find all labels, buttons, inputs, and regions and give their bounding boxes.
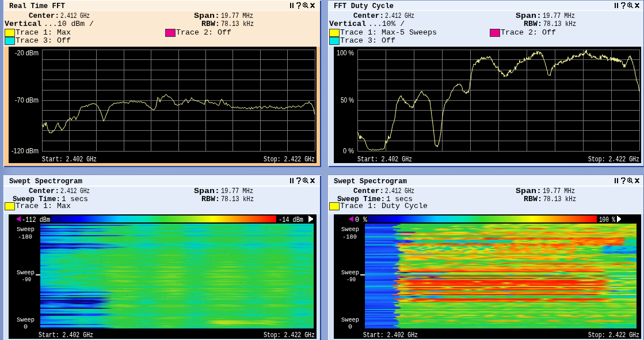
svg-text:Stop: 2.422 GHz: Stop: 2.422 GHz bbox=[264, 331, 315, 339]
svg-text:0: 0 bbox=[348, 323, 352, 330]
svg-text:100 %: 100 % bbox=[337, 49, 354, 57]
svg-text:19.77 MHz: 19.77 MHz bbox=[543, 12, 575, 20]
svg-text:19.77 MHz: 19.77 MHz bbox=[221, 187, 253, 195]
svg-text:Start: 2.402 GHz: Start: 2.402 GHz bbox=[357, 156, 412, 164]
svg-text:2.412 GHz: 2.412 GHz bbox=[60, 187, 90, 195]
svg-text:-14 dBm: -14 dBm bbox=[279, 216, 303, 224]
svg-text:Center:: Center: bbox=[353, 12, 384, 20]
svg-text:2.412 GHz: 2.412 GHz bbox=[385, 187, 414, 195]
svg-text:19.77 MHz: 19.77 MHz bbox=[221, 12, 253, 20]
svg-text:-120 dBm: -120 dBm bbox=[12, 147, 39, 155]
svg-text:Swept Spectrogram: Swept Spectrogram bbox=[9, 177, 82, 186]
svg-text:-180: -180 bbox=[18, 233, 32, 240]
svg-text:Sweep: Sweep bbox=[341, 225, 359, 233]
svg-text:-90: -90 bbox=[22, 275, 31, 283]
svg-text:Swept Spectrogram: Swept Spectrogram bbox=[334, 177, 407, 186]
svg-text:RBW:: RBW: bbox=[524, 20, 542, 28]
svg-text:0: 0 bbox=[24, 323, 28, 330]
svg-text:FFT Duty Cycle: FFT Duty Cycle bbox=[334, 2, 394, 10]
svg-text:Stop: 2.422 GHz: Stop: 2.422 GHz bbox=[264, 156, 315, 164]
svg-text:-20 dBm: -20 dBm bbox=[15, 49, 39, 57]
svg-text:-70 dBm: -70 dBm bbox=[15, 96, 39, 104]
svg-text:Start: 2.402 GHz: Start: 2.402 GHz bbox=[39, 331, 93, 339]
svg-text:Span:: Span: bbox=[516, 12, 542, 20]
svg-text:RBW:: RBW: bbox=[201, 20, 220, 28]
svg-text:-90: -90 bbox=[346, 275, 356, 283]
svg-text:Trace 1: Max-5 Sweeps: Trace 1: Max-5 Sweeps bbox=[340, 29, 437, 37]
svg-text:Center:: Center: bbox=[353, 187, 384, 195]
svg-text:Start: 2.402 GHz: Start: 2.402 GHz bbox=[363, 331, 418, 339]
svg-text:19.77 MHz: 19.77 MHz bbox=[543, 187, 575, 195]
svg-text:Trace 1: Max: Trace 1: Max bbox=[16, 202, 71, 210]
svg-text:...10% /: ...10% / bbox=[368, 20, 405, 28]
svg-text:Trace 2: Off: Trace 2: Off bbox=[501, 29, 556, 37]
svg-text:Start: 2.402 GHz: Start: 2.402 GHz bbox=[42, 156, 97, 164]
svg-text:Span:: Span: bbox=[194, 12, 220, 20]
svg-text:Trace 3: Off: Trace 3: Off bbox=[340, 37, 395, 45]
svg-text:...10 dBm /: ...10 dBm / bbox=[44, 20, 94, 28]
svg-text:78.13 kHz: 78.13 kHz bbox=[221, 195, 254, 203]
svg-text:Span:: Span: bbox=[516, 187, 542, 195]
svg-text:Vertical: Vertical bbox=[5, 20, 41, 28]
svg-text:Center:: Center: bbox=[29, 12, 59, 20]
svg-text:0 %: 0 % bbox=[343, 147, 354, 155]
svg-text:2.412 GHz: 2.412 GHz bbox=[60, 12, 90, 20]
svg-text:Center:: Center: bbox=[29, 187, 59, 195]
svg-text:Trace 3: Off: Trace 3: Off bbox=[16, 37, 71, 45]
svg-text:RBW:: RBW: bbox=[524, 195, 542, 203]
svg-text:-112 dBm: -112 dBm bbox=[22, 216, 50, 224]
svg-text:100 %: 100 % bbox=[599, 216, 616, 224]
svg-text:Trace 2: Off: Trace 2: Off bbox=[176, 29, 231, 37]
svg-text:Trace 1: Duty Cycle: Trace 1: Duty Cycle bbox=[340, 202, 428, 210]
svg-text:Sweep: Sweep bbox=[17, 225, 35, 233]
svg-text:2.412 GHz: 2.412 GHz bbox=[385, 12, 414, 20]
svg-text:Stop: 2.422 GHz: Stop: 2.422 GHz bbox=[588, 156, 639, 164]
svg-text:Stop: 2.422 GHz: Stop: 2.422 GHz bbox=[588, 331, 639, 339]
svg-text:78.13 kHz: 78.13 kHz bbox=[543, 195, 576, 203]
svg-text:Real Time FFT: Real Time FFT bbox=[9, 2, 65, 10]
svg-text:-180: -180 bbox=[342, 233, 357, 240]
svg-text:0 %: 0 % bbox=[355, 216, 368, 224]
svg-text:Span:: Span: bbox=[194, 187, 220, 195]
svg-text:78.13 kHz: 78.13 kHz bbox=[543, 20, 576, 28]
svg-text:Trace 1: Max: Trace 1: Max bbox=[16, 29, 71, 37]
svg-text:50 %: 50 % bbox=[341, 96, 354, 104]
svg-text:Vertical: Vertical bbox=[329, 20, 366, 28]
svg-text:RBW:: RBW: bbox=[201, 195, 220, 203]
svg-text:78.13 kHz: 78.13 kHz bbox=[221, 20, 254, 28]
